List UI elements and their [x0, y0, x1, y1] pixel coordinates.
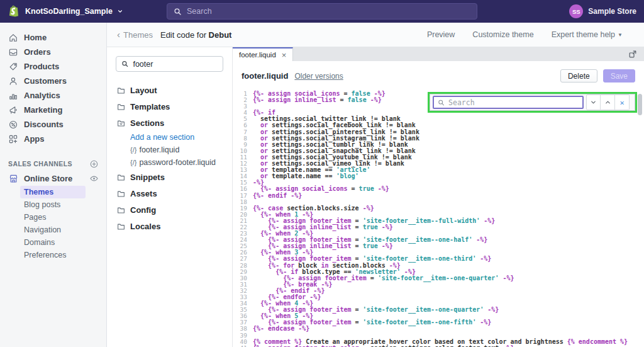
line-number: 16	[233, 186, 247, 192]
sidebar-item-domains[interactable]: Domains	[0, 236, 106, 249]
sidebar-item-home[interactable]: Home	[0, 30, 106, 45]
customers-icon	[8, 76, 19, 86]
marketing-icon	[8, 105, 19, 115]
folder-snippets[interactable]: Snippets	[107, 169, 232, 185]
sidebar-item-label: Discounts	[24, 120, 64, 129]
folder-templates[interactable]: Templates	[107, 98, 232, 115]
find-bar: ✕	[428, 92, 637, 113]
store-name: KnotSoDarling_Sample	[25, 7, 113, 16]
sidebar-item-discounts[interactable]: Discounts	[0, 117, 106, 132]
preview-button[interactable]: Preview	[427, 30, 455, 39]
page-title-theme: Debut	[209, 30, 232, 40]
products-icon	[8, 61, 19, 72]
sales-channels-label: SALES CHANNELS	[8, 160, 72, 168]
back-chevron-icon: ‹	[117, 30, 120, 39]
sidebar-item-pages[interactable]: Pages	[0, 211, 106, 224]
tab-close-icon[interactable]: ×	[282, 51, 287, 59]
folder-icon	[116, 222, 126, 231]
eye-icon[interactable]	[89, 174, 99, 183]
folder-icon	[116, 173, 126, 182]
code-line: 14 or template.name == 'blog'	[233, 173, 644, 179]
discounts-icon	[8, 119, 19, 130]
sidebar-item-analytics[interactable]: Analytics	[0, 88, 106, 103]
store-switcher-button[interactable]: KnotSoDarling_Sample	[25, 7, 123, 16]
folder-label: Templates	[130, 102, 170, 111]
analytics-icon	[8, 90, 19, 101]
folder-layout[interactable]: Layout	[107, 82, 232, 98]
liquid-file-icon: {/}	[130, 159, 136, 166]
sidebar-item-label: Products	[24, 62, 59, 71]
code-line-content: {%- assign inline_list = false -%}	[253, 97, 382, 103]
folder-sections[interactable]: Sections	[107, 115, 232, 131]
find-close-button[interactable]: ✕	[615, 94, 630, 110]
find-next-button[interactable]	[586, 94, 601, 110]
page-header: ‹ Themes Edit code for Debut Preview Cus…	[107, 23, 644, 47]
page-title-prefix: Edit code for	[160, 30, 209, 40]
sidebar-item-preferences[interactable]: Preferences	[0, 249, 106, 261]
sidebar-item-blog-posts[interactable]: Blog posts	[0, 198, 106, 211]
home-icon	[8, 32, 19, 43]
folder-assets[interactable]: Assets	[107, 185, 232, 202]
back-label: Themes	[123, 30, 153, 40]
tab-footer-liquid[interactable]: footer.liquid ×	[233, 47, 293, 61]
add-new-section-link[interactable]: Add a new section	[107, 131, 232, 144]
save-button[interactable]: Save	[603, 69, 635, 82]
liquid-file-icon: {/}	[130, 146, 136, 154]
plus-circle-icon[interactable]	[89, 159, 99, 169]
find-input[interactable]	[448, 98, 579, 107]
folder-icon	[116, 189, 126, 198]
code-line-content: {%- endcase -%}	[253, 326, 309, 332]
file-tree-panel: LayoutTemplatesSectionsAdd a new section…	[107, 47, 233, 347]
code-line: 17{%- endif -%}	[233, 193, 644, 199]
sidebar-item-navigation[interactable]: Navigation	[0, 224, 106, 236]
find-input-box[interactable]	[433, 96, 584, 109]
expert-theme-help-button[interactable]: Expert theme help▼	[552, 30, 623, 39]
caret-down-icon: ▼	[618, 32, 623, 38]
sidebar-item-label: Analytics	[24, 91, 60, 100]
folder-locales[interactable]: Locales	[107, 218, 232, 234]
expand-editor-button[interactable]	[628, 49, 638, 59]
sidebar-item-marketing[interactable]: Marketing	[0, 103, 106, 117]
storefront-icon	[8, 173, 19, 184]
main-area: ‹ Themes Edit code for Debut Preview Cus…	[107, 23, 644, 347]
sidebar-item-products[interactable]: Products	[0, 59, 106, 74]
file-search-box[interactable]	[116, 56, 223, 72]
delete-button[interactable]: Delete	[560, 69, 597, 82]
folder-label: Locales	[130, 222, 160, 231]
folder-config[interactable]: Config	[107, 202, 232, 218]
back-to-themes-link[interactable]: ‹ Themes	[117, 30, 153, 40]
apps-icon	[8, 134, 19, 144]
customize-theme-button[interactable]: Customize theme	[472, 30, 533, 39]
file-tree-list: LayoutTemplatesSectionsAdd a new section…	[107, 82, 232, 234]
sidebar-item-online-store[interactable]: Online Store	[0, 171, 106, 186]
sidebar-item-label: Customers	[24, 76, 67, 86]
older-versions-link[interactable]: Older versions	[294, 72, 343, 81]
sidebar-item-label: Marketing	[24, 105, 62, 115]
code-area[interactable]: 1{%- assign social_icons = false -%}2{%-…	[233, 91, 644, 347]
sidebar-item-themes[interactable]: Themes	[20, 186, 86, 198]
sidebar-item-customers[interactable]: Customers	[0, 74, 106, 88]
sidebar-item-orders[interactable]: Orders	[0, 45, 106, 59]
search-icon	[174, 8, 182, 16]
folder-label: Layout	[130, 86, 157, 95]
file-footer-liquid[interactable]: {/}footer.liquid	[107, 144, 232, 156]
online-store-subnav: ThemesBlog postsPagesNavigationDomainsPr…	[0, 186, 106, 261]
code-lines: 1{%- assign social_icons = false -%}2{%-…	[233, 91, 644, 347]
global-search-input[interactable]	[187, 7, 451, 16]
folder-label: Snippets	[130, 173, 165, 182]
find-buttons: ✕	[586, 94, 630, 110]
file-search-input[interactable]	[133, 60, 218, 69]
shopify-logo-icon	[8, 5, 19, 18]
global-search[interactable]	[167, 3, 477, 20]
find-previous-button[interactable]	[601, 94, 615, 110]
editor-scrollbar-thumb[interactable]	[638, 94, 642, 115]
code-line-content: or template.name == 'blog'	[253, 173, 359, 179]
avatar: SS	[569, 4, 583, 18]
sidebar-item-apps[interactable]: Apps	[0, 132, 106, 146]
search-icon	[438, 99, 445, 106]
file-title: footer.liquid	[242, 71, 288, 81]
file-password-footer-liquid[interactable]: {/}password-footer.liquid	[107, 156, 232, 169]
sidebar-item-label: Orders	[24, 47, 51, 57]
search-icon	[121, 60, 128, 68]
user-menu[interactable]: SS Sample Store	[569, 4, 636, 18]
